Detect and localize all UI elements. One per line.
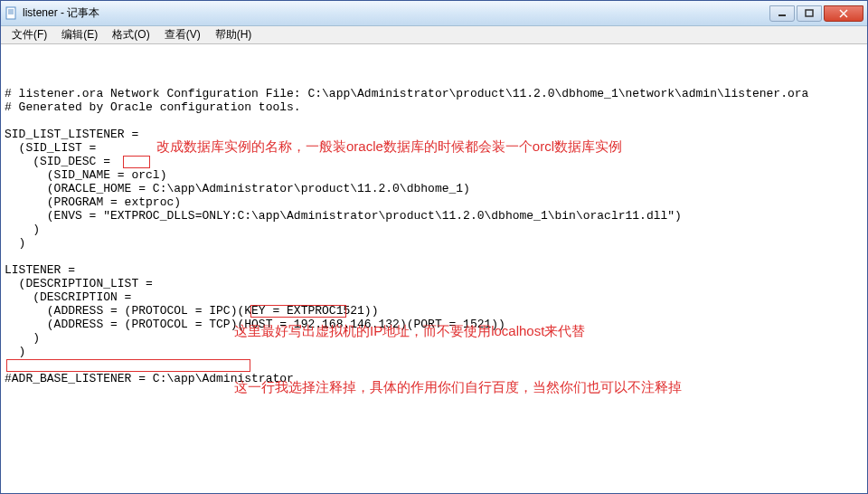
code-line: SID_LIST_LISTENER = (5, 128, 138, 141)
code-line: (DESCRIPTION_LIST = (5, 277, 153, 290)
svg-rect-5 (806, 10, 813, 16)
window-controls (769, 5, 863, 22)
code-line: (ADDRESS = (PROTOCOL = IPC)(KEY = EXTPRO… (5, 304, 378, 318)
code-line: (PROGRAM = extproc) (5, 195, 181, 209)
annotation-ip: 这里最好写出虚拟机的IP地址，而不要使用localhost来代替 (234, 323, 795, 339)
highlight-box-orcl (123, 156, 150, 168)
code-line: (SID_LIST = (5, 141, 96, 155)
annotation-sid: 改成数据库实例的名称，一般装oracle数据库的时候都会装一个orcl数据库实例 (156, 138, 717, 155)
code-line: # Generated by Oracle configuration tool… (5, 100, 301, 114)
menu-format[interactable]: 格式(O) (105, 25, 156, 44)
code-line: (SID_DESC = (5, 155, 110, 168)
minimize-button[interactable] (769, 5, 795, 22)
code-line: ) (5, 236, 25, 250)
notepad-icon (5, 6, 19, 21)
code-line: # listener.ora Network Configuration Fil… (5, 87, 808, 100)
maximize-button[interactable] (797, 5, 822, 22)
highlight-sid-name: orcl (131, 168, 159, 182)
menu-help[interactable]: 帮助(H) (208, 25, 259, 44)
code-line: ) (5, 345, 25, 358)
menu-view[interactable]: 查看(V) (157, 25, 208, 44)
code-line: (ENVS = "EXTPROC_DLLS=ONLY:C:\app\Admini… (5, 209, 682, 223)
notepad-window: listener - 记事本 文件(F) 编辑(E) 格式(O) 查看(V) 帮… (0, 0, 868, 494)
menubar: 文件(F) 编辑(E) 格式(O) 查看(V) 帮助(H) (1, 26, 867, 44)
code-line: LISTENER = (5, 263, 75, 277)
code-line: ) (5, 331, 40, 345)
highlight-box-adr (6, 359, 250, 372)
window-title: listener - 记事本 (23, 5, 769, 21)
code-line: ) (160, 168, 167, 182)
code-line: (ORACLE_HOME = C:\app\Administrator\prod… (5, 182, 470, 195)
code-line: (SID_NAME = (5, 168, 131, 182)
code-line: (DESCRIPTION = (5, 290, 131, 304)
close-button[interactable] (824, 5, 863, 22)
annotation-adr: 这一行我选择注释掉，具体的作用你们自行百度，当然你们也可以不注释掉 (234, 379, 741, 395)
code-line: ) (5, 223, 40, 236)
editor-content: # listener.ora Network Configuration Fil… (5, 73, 863, 493)
titlebar[interactable]: listener - 记事本 (1, 1, 867, 26)
menu-edit[interactable]: 编辑(E) (54, 25, 105, 44)
text-editor[interactable]: # listener.ora Network Configuration Fil… (1, 44, 867, 493)
menu-file[interactable]: 文件(F) (5, 25, 54, 44)
